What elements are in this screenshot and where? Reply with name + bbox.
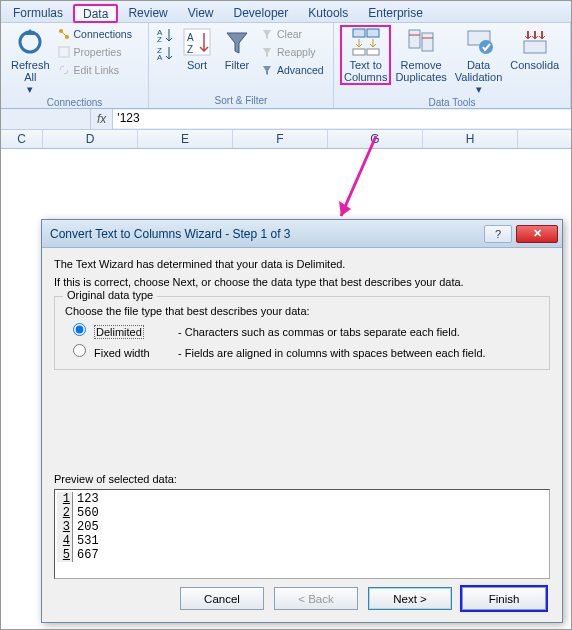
dialog-button-row: Cancel < Back Next > Finish (54, 579, 550, 614)
group-label-datatools: Data Tools (340, 97, 564, 109)
reapply-button[interactable]: Reapply (260, 45, 324, 59)
preview-section: Preview of selected data: 1123 2560 3205… (54, 473, 550, 579)
ribbon-tabs: Formulas Data Review View Developer Kuto… (1, 1, 571, 23)
col-header-h[interactable]: H (423, 130, 518, 148)
advanced-icon (260, 63, 274, 77)
delimited-desc: - Characters such as commas or tabs sepa… (178, 326, 460, 338)
cancel-button[interactable]: Cancel (180, 587, 264, 610)
group-connections: Refresh All ▾ Connections Properties Edi… (1, 23, 149, 108)
preview-label: Preview of selected data: (54, 473, 550, 485)
clear-button[interactable]: Clear (260, 27, 324, 41)
svg-point-21 (479, 40, 493, 54)
svg-rect-22 (524, 41, 546, 53)
back-button: < Back (274, 587, 358, 610)
properties-button[interactable]: Properties (57, 45, 132, 59)
formula-bar: fx '123 (1, 109, 571, 130)
preview-row: 1123 (57, 492, 547, 506)
preview-row: 2560 (57, 506, 547, 520)
wizard-desc-1: The Text Wizard has determined that your… (54, 258, 550, 270)
col-header-f[interactable]: F (233, 130, 328, 148)
svg-text:Z: Z (187, 44, 193, 55)
fixed-width-desc: - Fields are aligned in columns with spa… (178, 347, 486, 359)
fieldset-legend: Original data type (63, 289, 157, 301)
col-header-g[interactable]: G (328, 130, 423, 148)
col-header-e[interactable]: E (138, 130, 233, 148)
svg-rect-12 (353, 29, 365, 37)
tab-review[interactable]: Review (118, 3, 177, 22)
filter-button[interactable]: Filter (217, 25, 257, 73)
group-label-connections: Connections (7, 97, 142, 109)
preview-box[interactable]: 1123 2560 3205 4531 5667 (54, 489, 550, 579)
finish-button[interactable]: Finish (462, 587, 546, 610)
fx-label[interactable]: fx (91, 109, 113, 129)
help-button[interactable]: ? (484, 225, 512, 243)
close-button[interactable]: ✕ (516, 225, 558, 243)
sort-za-icon: ZA (157, 45, 175, 61)
sort-az-button[interactable]: AZ ZA (155, 25, 177, 65)
svg-rect-14 (353, 49, 365, 55)
fixed-width-radio[interactable] (73, 344, 86, 357)
sort-icon: AZ (182, 27, 212, 57)
svg-text:Z: Z (157, 35, 162, 43)
text-to-columns-button[interactable]: Text to Columns (340, 25, 391, 85)
refresh-all-button[interactable]: Refresh All ▾ (7, 25, 54, 97)
svg-rect-4 (59, 47, 69, 57)
preview-row: 4531 (57, 534, 547, 548)
svg-text:A: A (187, 32, 194, 43)
tab-data[interactable]: Data (73, 4, 118, 23)
edit-links-button[interactable]: Edit Links (57, 63, 132, 77)
sort-button[interactable]: AZ Sort (177, 25, 217, 73)
consolidate-button[interactable]: Consolida (506, 25, 563, 73)
links-icon (57, 63, 71, 77)
delimited-label[interactable]: Delimited (94, 325, 144, 339)
tab-developer[interactable]: Developer (224, 3, 299, 22)
formula-input[interactable]: '123 (113, 110, 571, 128)
wizard-desc-2: If this is correct, choose Next, or choo… (54, 276, 550, 288)
delimited-radio[interactable] (73, 323, 86, 336)
svg-text:A: A (157, 53, 163, 61)
svg-rect-16 (409, 30, 420, 48)
text-to-columns-wizard-dialog: Convert Text to Columns Wizard - Step 1 … (41, 219, 563, 623)
tab-enterprise[interactable]: Enterprise (358, 3, 433, 22)
reapply-icon (260, 45, 274, 59)
group-data-tools: Text to Columns Remove Duplicates Data V… (334, 23, 571, 108)
original-data-type-fieldset: Original data type Choose the file type … (54, 296, 550, 370)
advanced-button[interactable]: Advanced (260, 63, 324, 77)
svg-rect-15 (367, 49, 379, 55)
remove-duplicates-button[interactable]: Remove Duplicates (391, 25, 450, 85)
group-label-sortfilter: Sort & Filter (155, 95, 327, 107)
refresh-icon (15, 27, 45, 57)
fixed-width-label[interactable]: Fixed width (94, 347, 174, 359)
data-validation-button[interactable]: Data Validation ▾ (451, 25, 507, 97)
sort-az-icon: AZ (157, 27, 175, 43)
choose-label: Choose the file type that best describes… (65, 305, 539, 317)
worksheet-grid[interactable] (1, 149, 571, 229)
dialog-title: Convert Text to Columns Wizard - Step 1 … (50, 227, 291, 241)
filter-icon (222, 27, 252, 57)
name-box[interactable] (1, 109, 91, 129)
clear-icon (260, 27, 274, 41)
consolidate-icon (520, 27, 550, 57)
col-header-c[interactable]: C (1, 130, 43, 148)
column-headers: C D E F G H (1, 130, 571, 149)
remove-duplicates-icon (406, 27, 436, 57)
ribbon: Refresh All ▾ Connections Properties Edi… (1, 23, 571, 109)
next-button[interactable]: Next > (368, 587, 452, 610)
connections-icon (57, 27, 71, 41)
tab-formulas[interactable]: Formulas (3, 3, 73, 22)
svg-line-3 (62, 32, 66, 36)
tab-kutools[interactable]: Kutools (298, 3, 358, 22)
svg-rect-17 (422, 33, 433, 51)
tab-view[interactable]: View (178, 3, 224, 22)
svg-rect-13 (367, 29, 379, 37)
data-validation-icon (464, 27, 494, 57)
preview-row: 3205 (57, 520, 547, 534)
group-sort-filter: AZ ZA AZ Sort Filter Clear Reapply Advan… (149, 23, 334, 108)
dialog-titlebar[interactable]: Convert Text to Columns Wizard - Step 1 … (42, 220, 562, 248)
text-to-columns-icon (351, 27, 381, 57)
col-header-d[interactable]: D (43, 130, 138, 148)
properties-icon (57, 45, 71, 59)
preview-row: 5667 (57, 548, 547, 562)
connections-button[interactable]: Connections (57, 27, 132, 41)
